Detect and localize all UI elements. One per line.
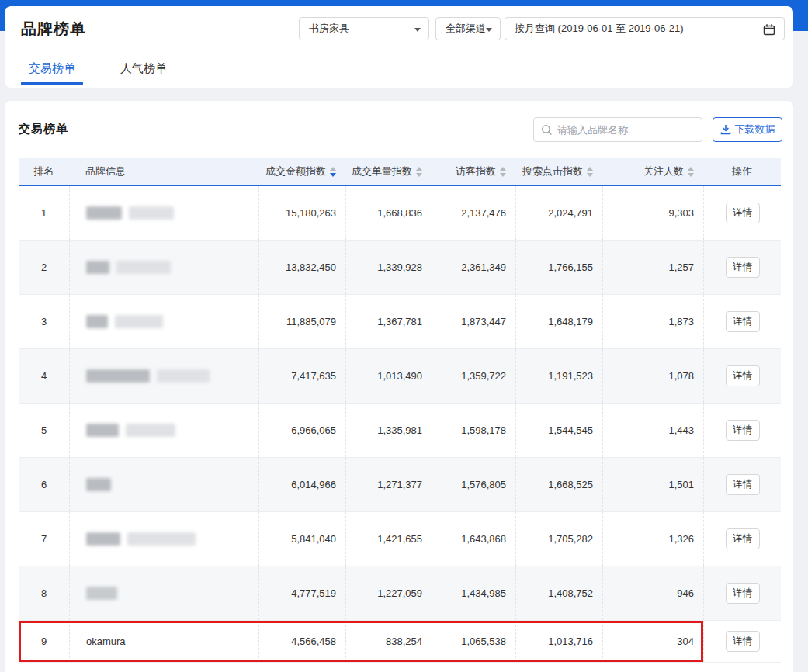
action-cell: 详情: [703, 295, 781, 348]
detail-button[interactable]: 详情: [726, 311, 760, 332]
category-dropdown-value: 书房家具: [300, 22, 349, 36]
column-header-label: 品牌信息: [85, 165, 126, 178]
value-cell: 6,014,966: [258, 458, 345, 511]
value-cell: 1,598,178: [432, 404, 515, 457]
ranking-table: 排名品牌信息成交金额指数成交单量指数访客指数搜索点击指数关注人数操作 115,1…: [19, 158, 781, 663]
redacted-brand-block: [129, 206, 174, 220]
value-cell: 1,191,523: [515, 349, 602, 403]
detail-button[interactable]: 详情: [726, 583, 760, 604]
download-icon: [720, 124, 731, 135]
rank-cell: 2: [19, 241, 69, 294]
rank-cell: 6: [19, 458, 69, 511]
header-card: 品牌榜单 书房家具 全部渠道 按月查询 (2019-06-01 至 2019-0…: [5, 6, 793, 88]
value-cell: 1,367,781: [345, 295, 432, 348]
rank-cell: 7: [19, 512, 69, 566]
page-title: 品牌榜单: [21, 19, 86, 40]
chevron-down-icon: [414, 28, 421, 32]
redacted-brand-block: [86, 206, 122, 220]
tab-transaction-ranking[interactable]: 交易榜单: [21, 57, 83, 85]
sort-icon[interactable]: [500, 167, 506, 177]
value-cell: 1,873,447: [432, 295, 515, 348]
detail-button[interactable]: 详情: [726, 474, 760, 495]
column-header[interactable]: 访客指数: [432, 158, 515, 185]
detail-button[interactable]: 详情: [726, 365, 760, 386]
column-header-label: 搜索点击指数: [522, 165, 583, 178]
redacted-brand-block: [115, 315, 163, 328]
sort-caret-up-icon: [587, 167, 593, 171]
table-header-row: 排名品牌信息成交金额指数成交单量指数访客指数搜索点击指数关注人数操作: [19, 158, 781, 186]
chevron-down-icon: [486, 28, 492, 32]
channel-dropdown-value: 全部渠道: [436, 22, 486, 36]
column-header-label: 排名: [34, 165, 54, 178]
detail-button[interactable]: 详情: [726, 257, 760, 278]
action-cell: 详情: [703, 566, 781, 620]
column-header-label: 访客指数: [456, 165, 496, 178]
redacted-brand-block: [86, 587, 117, 600]
value-cell: 1,339,928: [345, 241, 432, 294]
brand-search-input[interactable]: [557, 119, 700, 140]
channel-dropdown[interactable]: 全部渠道: [435, 17, 501, 40]
sort-icon[interactable]: [330, 167, 336, 177]
value-cell: 2,137,476: [432, 186, 515, 240]
sort-icon[interactable]: [416, 167, 422, 177]
detail-button[interactable]: 详情: [726, 631, 760, 652]
action-cell: 详情: [703, 404, 781, 457]
rank-cell: 3: [19, 295, 69, 348]
value-cell: 1,643,868: [432, 512, 515, 566]
column-header[interactable]: 成交单量指数: [345, 158, 432, 185]
category-dropdown[interactable]: 书房家具: [299, 17, 429, 40]
detail-button[interactable]: 详情: [726, 528, 760, 549]
sort-caret-down-icon: [416, 173, 422, 177]
sort-caret-up-icon: [416, 167, 422, 171]
column-header[interactable]: 搜索点击指数: [515, 158, 602, 185]
column-header[interactable]: 关注人数: [602, 158, 703, 185]
redacted-brand-block: [86, 532, 120, 546]
sort-icon[interactable]: [587, 167, 593, 177]
sort-caret-down-icon: [500, 173, 506, 177]
column-header-label: 成交金额指数: [265, 165, 326, 178]
value-cell: 1,335,981: [345, 404, 432, 457]
table-row: 9okamura4,566,458838,2541,065,5381,013,7…: [19, 621, 781, 663]
action-cell: 详情: [703, 241, 781, 294]
brand-name: okamura: [86, 636, 126, 647]
redacted-brand-block: [86, 369, 150, 383]
redacted-brand-block: [86, 315, 108, 328]
column-header: 排名: [19, 158, 69, 185]
action-cell: 详情: [703, 458, 781, 511]
tab-popularity-ranking[interactable]: 人气榜单: [113, 57, 175, 85]
action-cell: 详情: [703, 512, 781, 566]
value-cell: 1,648,179: [515, 295, 602, 348]
calendar-icon: [763, 23, 775, 36]
rank-cell: 1: [19, 186, 69, 240]
value-cell: 9,303: [602, 186, 703, 240]
table-row: 75,841,0401,421,6551,643,8681,705,2821,3…: [19, 512, 781, 566]
brand-cell: [69, 349, 258, 403]
sort-icon[interactable]: [688, 167, 694, 177]
redacted-brand-block: [157, 369, 210, 383]
sort-caret-up-icon: [688, 167, 694, 171]
panel-title: 交易榜单: [19, 122, 68, 137]
sort-caret-down-icon: [330, 173, 336, 177]
column-header-label: 成交单量指数: [352, 165, 412, 178]
table-row: 213,832,4501,339,9282,361,3491,766,1551,…: [19, 241, 781, 295]
download-data-button[interactable]: 下载数据: [713, 117, 782, 142]
brand-cell: [69, 186, 258, 240]
brand-cell: [69, 404, 258, 457]
detail-button[interactable]: 详情: [726, 420, 760, 441]
detail-button[interactable]: 详情: [726, 203, 760, 223]
value-cell: 1,766,155: [515, 241, 602, 294]
sort-caret-down-icon: [587, 173, 593, 177]
value-cell: 304: [602, 621, 703, 662]
value-cell: 2,361,349: [432, 241, 515, 294]
column-header[interactable]: 成交金额指数: [258, 158, 345, 185]
value-cell: 1,443: [602, 404, 703, 457]
ranking-panel: 交易榜单 下载数据 排名品牌信息成交金额指数成交单量指数访客指数搜索点击指数关注…: [5, 101, 793, 672]
table-row: 84,777,5191,227,0591,434,9851,408,752946…: [19, 566, 781, 621]
value-cell: 1,434,985: [432, 566, 515, 620]
date-range-picker[interactable]: 按月查询 (2019-06-01 至 2019-06-21): [505, 17, 785, 40]
value-cell: 1,668,836: [345, 186, 432, 240]
value-cell: 15,180,263: [258, 186, 345, 240]
value-cell: 1,065,538: [432, 621, 515, 662]
value-cell: 1,078: [602, 349, 703, 403]
table-row: 311,885,0791,367,7811,873,4471,648,1791,…: [19, 295, 781, 349]
